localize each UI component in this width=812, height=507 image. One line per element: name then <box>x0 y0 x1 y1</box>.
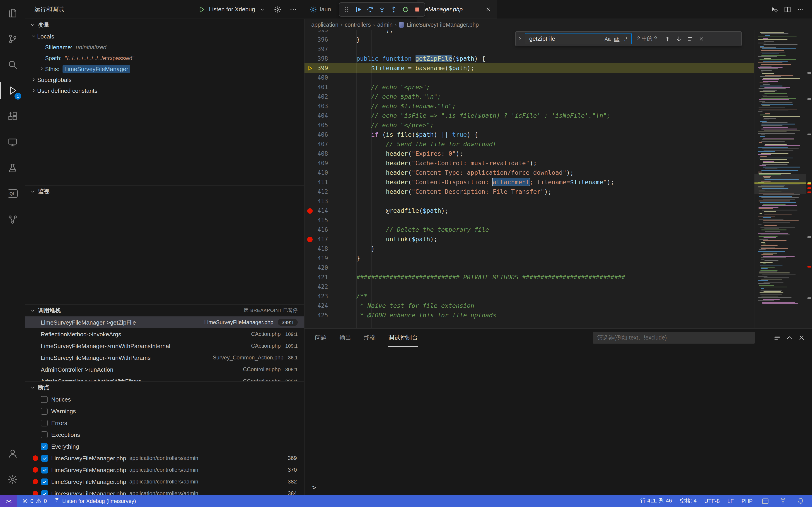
maximize-panel-icon[interactable] <box>784 333 794 343</box>
encoding[interactable]: UTF-8 <box>704 498 720 504</box>
breakpoint-glyph-icon[interactable] <box>305 206 315 216</box>
step-over-icon[interactable] <box>364 4 376 15</box>
close-tab-icon[interactable] <box>485 6 492 13</box>
breakpoint-row[interactable]: LimeSurveyFileManager.phpapplication/con… <box>26 476 304 488</box>
start-debugging-icon[interactable] <box>197 4 207 14</box>
notifications-bell-icon[interactable] <box>796 496 806 506</box>
run-or-debug-icon[interactable] <box>769 4 779 14</box>
continue-icon[interactable] <box>353 4 364 15</box>
stack-frame-row[interactable]: AdminController->runActionWithFiltersCCo… <box>26 375 304 381</box>
code-line[interactable]: 413 <box>305 196 754 206</box>
panel-tab-输出[interactable]: 输出 <box>339 329 351 347</box>
code-line[interactable]: 409 header("Cache-Control: must-revalida… <box>305 159 754 168</box>
code-area[interactable]: 395 );396 }397 398 public function getZi… <box>305 30 754 328</box>
source-control-icon[interactable] <box>0 26 25 52</box>
code-line[interactable]: 407 // Send the file for download! <box>305 139 754 149</box>
stack-frame-row[interactable]: LimeSurveyFileManager->runWithParamsSurv… <box>26 352 304 363</box>
code-line[interactable]: 414 @readfile($path); <box>305 206 754 216</box>
testing-icon[interactable] <box>0 155 25 181</box>
code-line[interactable]: 403 // echo $filename."\n"; <box>305 101 754 111</box>
code-line[interactable]: 412 header("Content-Description: File Tr… <box>305 187 754 196</box>
debug-session-status[interactable]: Listen for Xdebug (limesurvey) <box>54 498 136 504</box>
breakpoint-toggle-row[interactable]: Exceptions <box>26 429 304 441</box>
ports-icon[interactable] <box>778 496 788 506</box>
codeql-icon[interactable]: QL <box>0 181 25 207</box>
debug-console-content[interactable] <box>305 347 812 495</box>
breakpoint-row[interactable]: LimeSurveyFileManager.phpapplication/con… <box>26 464 304 476</box>
code-line[interactable]: 399 $filename = basename($path); <box>305 63 754 73</box>
stack-frame-row[interactable]: ReflectionMethod->invokeArgsCAction.php1… <box>26 328 304 340</box>
breadcrumb-item[interactable]: admin <box>377 21 393 28</box>
whole-word-icon[interactable]: ab <box>612 34 621 43</box>
close-find-icon[interactable] <box>697 34 706 44</box>
code-line[interactable]: 417 unlink($path); <box>305 234 754 244</box>
settings-gear-icon[interactable] <box>0 466 25 492</box>
step-into-icon[interactable] <box>376 4 388 15</box>
next-match-icon[interactable] <box>674 34 683 44</box>
panel-tab-调试控制台[interactable]: 调试控制台 <box>388 329 418 347</box>
variable-row[interactable]: $filename:uninitialized <box>26 42 304 53</box>
stop-icon[interactable] <box>411 4 423 15</box>
problems-status[interactable]: 0 0 <box>22 498 47 504</box>
chevron-down-icon[interactable] <box>257 4 267 14</box>
toggle-replace-icon[interactable] <box>517 32 523 46</box>
panel-tab-终端[interactable]: 终端 <box>364 329 376 347</box>
checkbox[interactable] <box>41 431 48 438</box>
tab-limesurveyfilemanager[interactable]: ileManager.php <box>417 0 497 18</box>
cursor-position[interactable]: 行 411, 列 46 <box>640 497 672 505</box>
minimap-slider[interactable] <box>754 174 806 194</box>
checkbox[interactable] <box>41 478 48 485</box>
breakpoint-glyph-icon[interactable] <box>305 234 315 244</box>
scope-row[interactable]: User defined constants <box>26 85 304 96</box>
stack-frame-row[interactable]: AdminController->runActionCController.ph… <box>26 363 304 375</box>
code-line[interactable]: 405 // echo "</pre>"; <box>305 120 754 130</box>
console-filter-input[interactable] <box>596 334 751 341</box>
code-line[interactable]: 419 } <box>305 253 754 263</box>
breakpoint-toggle-row[interactable]: Errors <box>26 417 304 429</box>
code-line[interactable]: 411 header("Content-Disposition: attachm… <box>305 177 754 187</box>
more-actions-icon[interactable] <box>796 4 806 14</box>
breakpoint-row[interactable]: LimeSurveyFileManager.phpapplication/con… <box>26 488 304 495</box>
debug-settings-gear-icon[interactable] <box>273 4 283 14</box>
step-out-icon[interactable] <box>388 4 400 15</box>
browser-preview-icon[interactable] <box>760 496 770 506</box>
toolbar-grip-icon[interactable] <box>341 4 353 15</box>
code-line[interactable]: 420 <box>305 263 754 273</box>
scope-row[interactable]: Locals <box>26 31 304 42</box>
code-line[interactable]: 398 public function getZipFile($path) { <box>305 54 754 63</box>
code-line[interactable]: 416 // Delete the temporary file <box>305 225 754 234</box>
debug-views-more-icon[interactable] <box>288 4 298 14</box>
checkbox[interactable] <box>41 396 48 403</box>
code-line[interactable]: 422 <box>305 282 754 291</box>
callstack-section-header[interactable]: 调用堆栈 因 BREAKPOINT 已暂停 <box>26 305 304 317</box>
remote-explorer-icon[interactable] <box>0 129 25 155</box>
variable-row[interactable]: $this:LimeSurveyFileManager <box>26 63 304 74</box>
tab-launch-json[interactable]: laun <box>305 0 339 18</box>
watch-section-header[interactable]: 监视 <box>26 186 304 198</box>
previous-match-icon[interactable] <box>662 34 672 44</box>
checkbox[interactable] <box>41 466 48 473</box>
code-line[interactable]: 404 // echo "isFile => ".is_file($path) … <box>305 111 754 120</box>
run-and-debug-icon[interactable]: 1 <box>0 77 25 103</box>
breakpoint-toggle-row[interactable]: Notices <box>26 393 304 405</box>
code-line[interactable]: 421 ############################ PRIVATE… <box>305 273 754 282</box>
breakpoints-section-header[interactable]: 断点 <box>26 382 304 393</box>
minimap[interactable] <box>754 30 812 328</box>
pipeline-icon[interactable] <box>0 207 25 232</box>
panel-tab-问题[interactable]: 问题 <box>315 329 327 347</box>
checkbox[interactable] <box>41 419 48 426</box>
current-frame-arrow-icon[interactable] <box>305 63 315 73</box>
search-icon[interactable] <box>0 52 25 77</box>
find-in-selection-icon[interactable] <box>685 34 695 44</box>
debug-config-dropdown[interactable]: Listen for Xdebug <box>197 4 267 14</box>
variables-section-header[interactable]: 变量 <box>26 19 304 31</box>
eol-sequence[interactable]: LF <box>727 498 734 504</box>
close-panel-icon[interactable] <box>797 333 807 343</box>
code-line[interactable]: 406 if (is_file($path) || true) { <box>305 130 754 139</box>
breakpoint-toggle-row[interactable]: Everything <box>26 441 304 452</box>
checkbox[interactable] <box>41 455 48 461</box>
breakpoint-row[interactable]: LimeSurveyFileManager.phpapplication/con… <box>26 452 304 464</box>
breakpoint-toggle-row[interactable]: Warnings <box>26 405 304 417</box>
console-prompt[interactable]: > <box>312 484 316 492</box>
find-input[interactable] <box>528 35 603 43</box>
